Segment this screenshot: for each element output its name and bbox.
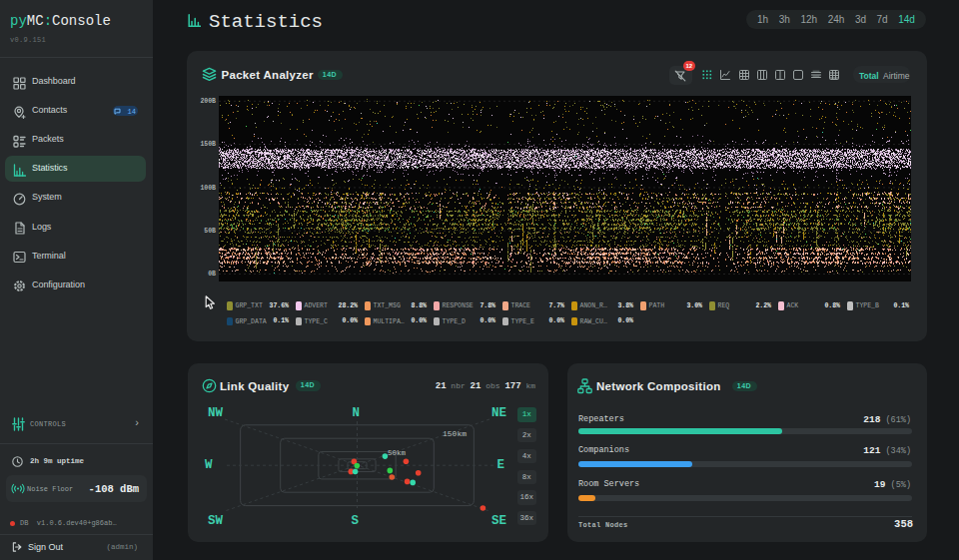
svg-text:50km: 50km xyxy=(388,449,407,457)
svg-text:150km: 150km xyxy=(443,429,467,438)
